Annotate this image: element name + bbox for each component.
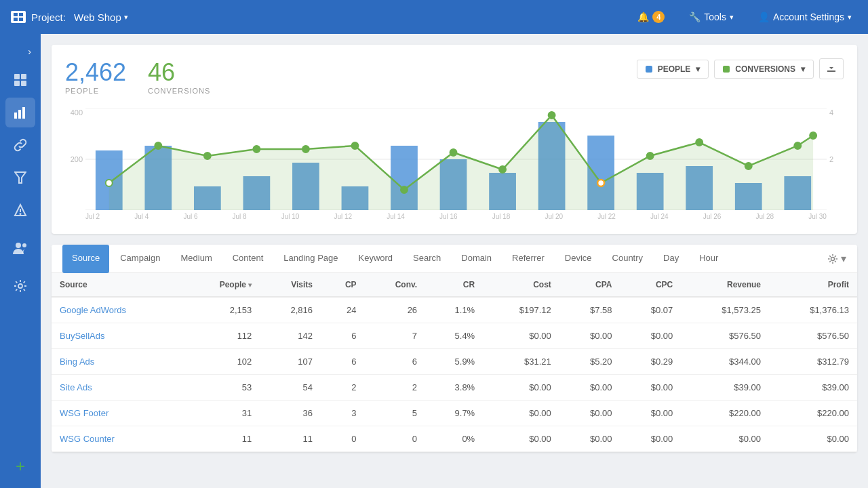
- svg-point-14: [16, 243, 21, 248]
- people-dropdown[interactable]: PEOPLE ▾: [637, 60, 709, 79]
- tabs-row: Source Campaign Medium Content Landing P…: [52, 245, 857, 273]
- people-cell: 102: [183, 349, 260, 375]
- svg-point-13: [20, 214, 21, 214]
- cr-cell: 9.7%: [425, 401, 483, 426]
- source-cell[interactable]: Google AdWords: [52, 297, 183, 323]
- table-settings-button[interactable]: ▾: [827, 252, 846, 265]
- sidebar-item-filter[interactable]: [5, 163, 35, 192]
- th-cpa: CPA: [559, 273, 620, 297]
- tab-referrer[interactable]: Referrer: [502, 245, 554, 273]
- conversions-dot: [723, 66, 730, 73]
- wrench-icon: 🔧: [689, 12, 701, 22]
- table-body: Google AdWords 2,153 2,816 24 26 1.1% $1…: [52, 297, 857, 452]
- svg-point-46: [597, 180, 604, 186]
- revenue-cell: $344.00: [681, 349, 769, 375]
- svg-rect-1: [19, 13, 23, 16]
- svg-rect-7: [21, 81, 26, 86]
- tab-country[interactable]: Country: [603, 245, 653, 273]
- conversions-count: 46: [148, 58, 210, 87]
- cost-cell: $0.00: [483, 375, 559, 401]
- sidebar-item-analytics[interactable]: [5, 98, 35, 127]
- visits-cell: 36: [260, 401, 321, 426]
- source-cell[interactable]: Site Ads: [52, 375, 183, 401]
- svg-point-51: [810, 132, 816, 139]
- svg-point-48: [696, 139, 703, 146]
- profit-cell: $1,376.13: [769, 297, 857, 323]
- tab-day[interactable]: Day: [654, 245, 688, 273]
- tab-source[interactable]: Source: [62, 245, 109, 273]
- people-dropdown-arrow: ▾: [696, 64, 700, 74]
- svg-point-41: [351, 142, 358, 149]
- project-title[interactable]: Project: Web Shop ▾: [31, 12, 128, 23]
- download-button[interactable]: [819, 58, 844, 79]
- people-cell: 53: [183, 375, 260, 401]
- svg-rect-4: [14, 74, 20, 79]
- svg-point-36: [106, 180, 113, 186]
- tools-button[interactable]: 🔧 Tools ▾: [684, 9, 739, 25]
- account-button[interactable]: 👤 Account Settings ▾: [753, 9, 857, 25]
- th-conv: Conv.: [365, 273, 426, 297]
- people-count: 2,462: [65, 58, 126, 87]
- people-stat: 2,462 PEOPLE: [65, 58, 126, 95]
- tab-medium[interactable]: Medium: [171, 245, 221, 273]
- th-profit: Profit: [769, 273, 857, 297]
- th-people[interactable]: People ▾: [183, 273, 260, 297]
- revenue-cell: $1,573.25: [681, 297, 769, 323]
- sidebar-item-add[interactable]: +: [5, 451, 35, 481]
- source-cell[interactable]: WSG Footer: [52, 401, 183, 426]
- sidebar-item-dashboard[interactable]: [5, 65, 35, 95]
- sidebar-item-warning[interactable]: [5, 195, 35, 225]
- sidebar-item-people[interactable]: [5, 233, 35, 263]
- cost-cell: $0.00: [483, 401, 559, 426]
- tab-search[interactable]: Search: [403, 245, 450, 273]
- people-label: PEOPLE: [65, 87, 126, 95]
- cp-cell: 2: [321, 375, 365, 401]
- chart-controls: PEOPLE ▾ CONVERSIONS ▾: [637, 58, 844, 79]
- cost-cell: $197.12: [483, 297, 559, 323]
- tab-content[interactable]: Content: [223, 245, 273, 273]
- cpc-cell: $0.00: [620, 323, 682, 349]
- tab-campaign[interactable]: Campaign: [111, 245, 170, 273]
- tab-landing-page[interactable]: Landing Page: [274, 245, 347, 273]
- source-cell[interactable]: BuySellAds: [52, 323, 183, 349]
- bell-icon: 🔔: [637, 12, 649, 22]
- svg-point-43: [450, 149, 457, 156]
- sidebar-item-settings[interactable]: [5, 271, 35, 301]
- visits-cell: 54: [260, 375, 321, 401]
- tab-hour[interactable]: Hour: [690, 245, 728, 273]
- profit-cell: $39.00: [769, 375, 857, 401]
- th-visits: Visits: [260, 273, 321, 297]
- table-row: Google AdWords 2,153 2,816 24 26 1.1% $1…: [52, 297, 857, 323]
- tab-domain[interactable]: Domain: [452, 245, 501, 273]
- th-cpc: CPC: [620, 273, 682, 297]
- cpa-cell: $0.00: [559, 426, 620, 452]
- table-card: Source Campaign Medium Content Landing P…: [52, 245, 857, 452]
- svg-point-38: [204, 152, 211, 159]
- profit-cell: $0.00: [769, 426, 857, 452]
- cp-cell: 0: [321, 426, 365, 452]
- tab-keyword[interactable]: Keyword: [349, 245, 403, 273]
- notifications-button[interactable]: 🔔 4: [632, 8, 670, 26]
- chart-x-labels: Jul 2 Jul 4 Jul 6 Jul 8 Jul 10 Jul 12 Ju…: [85, 213, 827, 220]
- conversions-stat: 46 CONVERSIONS: [148, 58, 210, 95]
- cpc-cell: $0.29: [620, 349, 682, 375]
- svg-marker-35: [109, 115, 813, 210]
- source-cell[interactable]: WSG Counter: [52, 426, 183, 452]
- conv-cell: 7: [365, 323, 426, 349]
- people-cell: 31: [183, 401, 260, 426]
- source-cell[interactable]: Bing Ads: [52, 349, 183, 375]
- conversions-dropdown[interactable]: CONVERSIONS ▾: [714, 60, 814, 79]
- cp-cell: 24: [321, 297, 365, 323]
- svg-point-45: [549, 112, 555, 119]
- people-cell: 11: [183, 426, 260, 452]
- sidebar-item-links[interactable]: [5, 130, 35, 160]
- visits-cell: 142: [260, 323, 321, 349]
- tab-device[interactable]: Device: [555, 245, 601, 273]
- svg-rect-8: [14, 113, 17, 119]
- svg-point-37: [155, 142, 161, 149]
- svg-point-50: [794, 142, 801, 149]
- svg-rect-5: [21, 74, 26, 79]
- cr-cell: 5.4%: [425, 323, 483, 349]
- sidebar-toggle[interactable]: ›: [0, 41, 41, 62]
- cpc-cell: $0.00: [620, 426, 682, 452]
